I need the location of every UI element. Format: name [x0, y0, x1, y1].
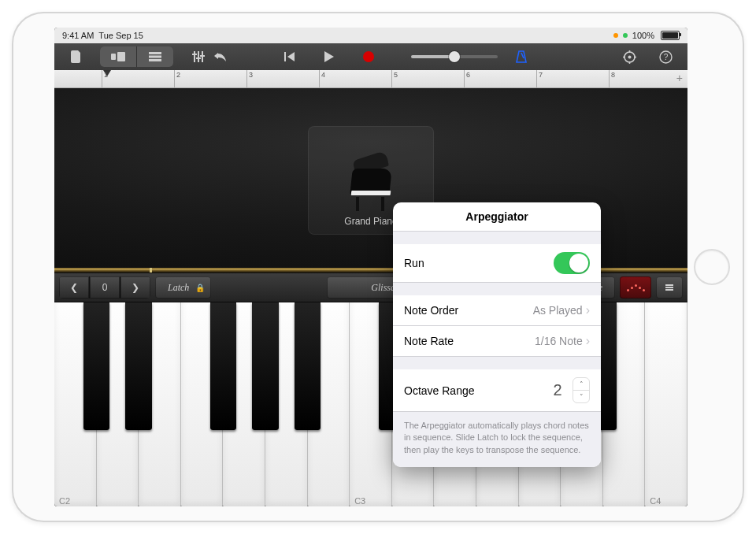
go-to-beginning-button[interactable]: [274, 46, 306, 67]
arpeggiator-icon: [627, 284, 645, 291]
octave-range-row: Octave Range 2 ˄ ˅: [393, 369, 601, 412]
key-label-c3: C3: [354, 496, 365, 506]
octave-range-stepper: ˄ ˅: [573, 377, 590, 403]
svg-rect-4: [149, 59, 161, 61]
black-key[interactable]: [295, 302, 321, 430]
status-battery-pct: 100%: [632, 31, 654, 40]
record-icon: [363, 51, 374, 62]
latch-label: Latch: [168, 282, 189, 294]
black-key[interactable]: [125, 302, 152, 430]
main-toolbar: ?: [54, 43, 687, 70]
octave-up-button[interactable]: ❯: [120, 276, 150, 299]
note-rate-value: 1/16 Note: [535, 335, 583, 347]
svg-rect-1: [117, 52, 125, 61]
metronome-button[interactable]: [506, 46, 537, 67]
battery-icon: [661, 31, 680, 40]
volume-slider-thumb[interactable]: [449, 51, 460, 62]
octave-range-value: 2: [547, 381, 568, 399]
timeline-ruler[interactable]: + 12345678: [54, 70, 687, 88]
svg-rect-11: [284, 52, 286, 61]
note-rate-row[interactable]: Note Rate 1/16 Note ›: [393, 326, 601, 357]
play-button[interactable]: [313, 46, 345, 67]
ruler-bar-3: 3: [246, 70, 253, 87]
latch-button[interactable]: Latch 🔒: [155, 276, 211, 299]
black-key[interactable]: [210, 302, 237, 430]
svg-rect-6: [198, 51, 199, 62]
browser-toggle-group: [100, 46, 173, 67]
status-time: 9:41 AM: [62, 31, 94, 40]
popover-title: Arpeggiator: [393, 202, 601, 232]
svg-point-14: [628, 55, 631, 58]
grand-piano-icon: [343, 164, 398, 211]
screen: 9:41 AM Tue Sep 15 100%: [54, 28, 687, 506]
octave-range-label: Octave Range: [404, 384, 475, 397]
arpeggiator-button[interactable]: [620, 276, 651, 299]
note-order-label: Note Order: [404, 304, 458, 317]
keyboard-layout-button[interactable]: [656, 276, 683, 299]
run-label: Run: [404, 257, 424, 269]
note-order-value: As Played: [533, 304, 583, 317]
lock-icon: 🔒: [195, 284, 205, 292]
black-key[interactable]: [83, 302, 110, 430]
ruler-bar-5: 5: [391, 70, 398, 87]
add-section-button[interactable]: +: [676, 72, 683, 84]
arpeggiator-popover: Arpeggiator Run Note Order As Played › N…: [393, 202, 601, 467]
svg-rect-0: [111, 54, 116, 60]
popover-footer-text: The Arpeggiator automatically plays chor…: [393, 412, 601, 467]
white-key[interactable]: C4: [645, 302, 687, 506]
svg-rect-9: [196, 57, 201, 59]
run-row: Run: [393, 244, 601, 283]
master-volume-slider[interactable]: [411, 55, 498, 58]
svg-rect-8: [192, 54, 197, 55]
transport-controls: [205, 46, 537, 67]
run-toggle[interactable]: [554, 252, 590, 274]
status-date: Tue Sep 15: [98, 31, 143, 40]
ruler-bar-2: 2: [174, 70, 180, 87]
svg-rect-3: [149, 56, 161, 58]
note-rate-label: Note Rate: [404, 335, 454, 347]
svg-text:?: ?: [663, 53, 668, 61]
stepper-up-button[interactable]: ˄: [573, 378, 589, 391]
chevron-right-icon: ›: [586, 303, 590, 317]
browser-button[interactable]: [100, 46, 137, 67]
ruler-bar-1: 1: [102, 70, 108, 87]
octave-value: 0: [90, 276, 120, 299]
svg-rect-2: [149, 52, 161, 54]
record-button[interactable]: [353, 46, 384, 67]
ruler-bar-4: 4: [319, 70, 325, 87]
ipad-device: 9:41 AM Tue Sep 15 100%: [12, 12, 744, 522]
ruler-bar-7: 7: [536, 70, 543, 87]
octave-group: ❮ 0 ❯: [59, 276, 150, 299]
status-dot-orange: [613, 33, 618, 38]
svg-line-12: [521, 53, 524, 58]
tracks-button[interactable]: [137, 46, 173, 67]
my-songs-button[interactable]: [61, 46, 92, 67]
svg-rect-5: [194, 51, 195, 62]
octave-down-button[interactable]: ❮: [59, 276, 90, 299]
key-label-c4: C4: [650, 496, 661, 506]
popover-section-gap: [393, 357, 601, 369]
chevron-right-icon: ›: [586, 334, 590, 348]
home-button[interactable]: [694, 249, 730, 285]
note-order-row[interactable]: Note Order As Played ›: [393, 295, 601, 326]
keyboard-layout-icon: [665, 284, 673, 291]
key-label-c2: C2: [59, 496, 70, 506]
instrument-name: Grand Piano: [344, 216, 397, 227]
popover-section-gap: [393, 283, 601, 295]
undo-button[interactable]: [205, 46, 236, 67]
popover-section-gap: [393, 232, 601, 244]
stepper-down-button[interactable]: ˅: [573, 391, 589, 402]
status-dot-green: [623, 33, 628, 38]
song-settings-button[interactable]: [613, 46, 645, 67]
ruler-bar-8: 8: [609, 70, 615, 87]
status-bar: 9:41 AM Tue Sep 15 100%: [54, 28, 687, 43]
black-key[interactable]: [252, 302, 279, 430]
help-button[interactable]: ?: [650, 46, 681, 67]
ruler-bar-6: 6: [464, 70, 470, 87]
